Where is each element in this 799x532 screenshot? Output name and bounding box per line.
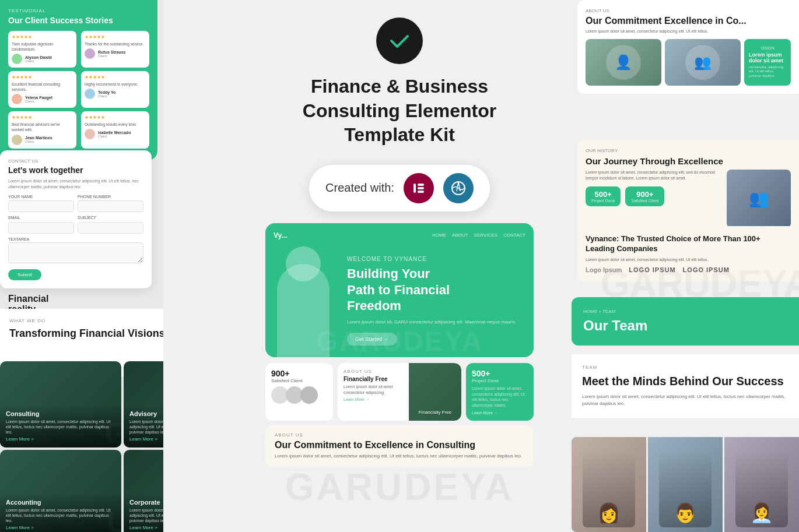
team-meet-desc: Lorem ipsum dolor sit amet, consectetur … xyxy=(582,393,789,407)
name-field[interactable] xyxy=(8,200,74,212)
about-us-right: ABOUT US Our Commitment Excellence in Co… xyxy=(577,0,799,94)
service-consulting: G Consulting Lorem ipsum dolor sit amet,… xyxy=(0,361,121,448)
testimonials-card: TESTIMONIAL Our Client Success Stories ★… xyxy=(0,0,157,160)
testimonials-title: Our Client Success Stories xyxy=(8,16,149,25)
hero-card: Vy... HOME ABOUT SERVICES CONTACT WELCOM… xyxy=(265,223,534,357)
team-title: Our Team xyxy=(583,318,787,334)
email-field[interactable] xyxy=(8,222,74,234)
elementor-icon xyxy=(404,173,434,203)
about-images: 👤 👥 Vision Lorem ipsum dolor sit amet co… xyxy=(586,39,791,86)
stats-row: 900+ Satisfied Client Financially Free A… xyxy=(265,363,534,421)
about-strip: ABOUT US Our Commitment to Excellence in… xyxy=(265,425,534,467)
phone-field[interactable] xyxy=(78,200,143,212)
service-advisory: R Advisory Lorem ipsum dolor sit amet, c… xyxy=(124,361,163,448)
corporate-link[interactable]: Learn More > xyxy=(129,525,163,530)
service-accounting: U Accounting Lorem ipsum dolor sit amet,… xyxy=(0,450,121,532)
testimonial-item-6: ★★★★★ Outstanding results every time. Is… xyxy=(81,111,149,148)
accounting-link[interactable]: Learn More > xyxy=(6,525,115,530)
vision-box: Vision Lorem ipsum dolor sit amet consec… xyxy=(744,39,791,86)
svg-rect-0 xyxy=(413,184,416,193)
right-panel: ABOUT US Our Commitment Excellence in Co… xyxy=(572,0,799,532)
testimonial-item-1: ★★★★★ Tiam vulputate dignissim condiment… xyxy=(8,31,76,68)
team-meet-title: Meet the Minds Behind Our Success xyxy=(582,374,789,389)
center-area: Finance & Business Consulting Elementor … xyxy=(163,0,636,532)
team-header-section: HOME > TEAM Our Team xyxy=(572,297,799,346)
team-photo-3: 👩‍💼 xyxy=(724,437,799,532)
contact-card: CONTACT US Let's work together Lorem ips… xyxy=(0,150,152,288)
team-meet-section: TEAM Meet the Minds Behind Our Success L… xyxy=(572,354,799,418)
main-title: Finance & Business Consulting Elementor … xyxy=(303,75,496,147)
contact-title: Let's work together xyxy=(8,165,143,175)
avatar-4 xyxy=(85,89,95,99)
team-section-label: TEAM xyxy=(582,365,789,370)
logo-1: Logo Ipsum xyxy=(586,266,622,273)
what-we-do-title: Transforming Financial Visions into Real… xyxy=(9,327,163,340)
testimonial-item-5: ★★★★★ Best financial advisors we've work… xyxy=(8,111,76,148)
avatar-3 xyxy=(12,94,22,104)
svg-rect-1 xyxy=(418,184,424,186)
svg-rect-2 xyxy=(418,187,424,189)
stat-card-satisfied: 900+ Satisfied Client xyxy=(265,363,333,421)
team-photo-2: 👨 xyxy=(648,437,723,532)
trusted-logos: Logo Ipsum LOGO IPSUM LOGO IPSUM xyxy=(586,266,791,273)
advisory-link[interactable]: Learn More > xyxy=(129,436,163,442)
message-field[interactable] xyxy=(8,242,143,263)
created-with-pill: Created with: xyxy=(309,165,490,212)
logo-3: LOGO IPSUM xyxy=(683,266,730,273)
created-with-label: Created with: xyxy=(325,181,394,195)
submit-button[interactable]: Submit xyxy=(8,269,41,280)
logo-2: LOGO IPSUM xyxy=(629,266,675,273)
history-image: 👥 xyxy=(727,170,791,228)
logo-circle xyxy=(376,17,423,64)
avatar-1 xyxy=(12,54,22,64)
team-photo-1: 👩 xyxy=(572,437,646,532)
consulting-link[interactable]: Learn More > xyxy=(6,436,115,442)
avatar-6 xyxy=(85,129,95,139)
wordpress-icon xyxy=(443,173,474,203)
testimonial-item-3: ★★★★★ Excellent financial consulting ser… xyxy=(8,71,76,108)
left-panel: TESTIMONIAL Our Client Success Stories ★… xyxy=(0,0,163,532)
contact-label: CONTACT US xyxy=(8,158,143,164)
stat-card-projects: 500+ Project Done Lorem ipsum dolor sit … xyxy=(466,363,534,421)
team-breadcrumb: HOME > TEAM xyxy=(583,309,787,314)
trusted-companies: Vynance: The Trusted Choice of More Than… xyxy=(577,226,799,281)
testimonials-section-label: TESTIMONIAL xyxy=(8,8,149,13)
hist-stat-projects: 500+ Project Done xyxy=(586,186,621,206)
contact-desc: Lorem ipsum dolor sit amet, consectetur … xyxy=(8,178,143,190)
hero-logo: Vy... xyxy=(274,231,287,239)
testimonial-item-4: ★★★★★ Highly recommend to everyone. Tedd… xyxy=(81,71,149,108)
what-we-do-label: WHAT WE DO xyxy=(9,318,163,323)
testimonial-item-2: ★★★★★ Thanks for the outstanding service… xyxy=(81,31,149,68)
history-right: OUR HISTORY Our Journey Through Excellen… xyxy=(577,140,799,236)
services-grid: G Consulting Lorem ipsum dolor sit amet,… xyxy=(0,361,163,532)
hist-stat-clients: 900+ Satisfied Client xyxy=(625,186,664,206)
subject-field[interactable] xyxy=(78,222,143,234)
avatar-2 xyxy=(85,48,95,59)
service-corporate: D Corporate Lorem ipsum dolor sit amet, … xyxy=(124,450,163,532)
svg-rect-3 xyxy=(418,191,424,193)
team-photos: 👩 👨 👩‍💼 xyxy=(572,437,799,532)
avatar-5 xyxy=(12,135,22,145)
stat-card-finance: Financially Free ABOUT US Financially Fr… xyxy=(338,363,461,421)
hero-nav: Vy... HOME ABOUT SERVICES CONTACT xyxy=(265,231,534,239)
